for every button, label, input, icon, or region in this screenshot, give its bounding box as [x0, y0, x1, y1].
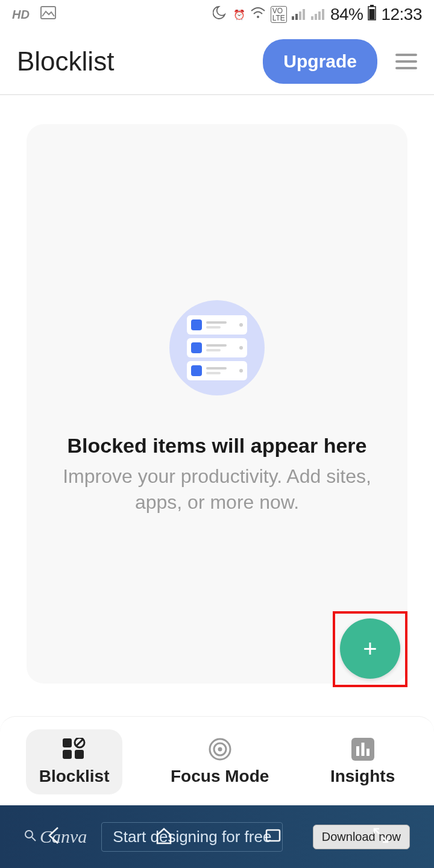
menu-icon[interactable]: [395, 54, 417, 69]
wifi-icon: [250, 5, 266, 24]
nav-label: Insights: [330, 767, 395, 786]
clock-time: 12:33: [381, 5, 422, 24]
svg-rect-22: [356, 746, 359, 756]
signal-sim2-icon: [311, 5, 326, 24]
nav-label: Blocklist: [39, 767, 110, 786]
svg-rect-2: [292, 16, 294, 20]
svg-rect-13: [63, 750, 72, 759]
ad-cta-button[interactable]: Download now: [313, 825, 410, 849]
upgrade-button[interactable]: Upgrade: [263, 39, 377, 84]
svg-rect-9: [322, 9, 324, 20]
svg-rect-3: [295, 14, 298, 20]
hd-indicator: HD: [12, 8, 30, 22]
alarm-icon: ⏰: [233, 9, 245, 20]
svg-line-26: [32, 837, 36, 841]
svg-point-20: [218, 747, 222, 751]
svg-rect-4: [299, 11, 301, 20]
svg-line-17: [76, 739, 83, 746]
empty-state-card: Blocked items will appear here Improve y…: [27, 124, 407, 684]
svg-rect-8: [318, 11, 321, 20]
main-content: Blocked items will appear here Improve y…: [0, 95, 434, 684]
empty-subtitle: Improve your productivity. Add sites, ap…: [27, 464, 407, 515]
svg-rect-15: [63, 738, 72, 747]
empty-illustration: [169, 300, 265, 395]
nav-focus-mode[interactable]: Focus Mode: [157, 729, 282, 794]
add-fab-button[interactable]: +: [340, 618, 400, 679]
bottom-nav: Blocklist Focus Mode Insights: [0, 716, 434, 807]
empty-title: Blocked items will appear here: [68, 434, 367, 458]
ad-search-icon: [24, 829, 36, 844]
page-title: Blocklist: [17, 46, 114, 77]
target-icon: [208, 738, 232, 761]
svg-rect-5: [303, 9, 305, 20]
svg-rect-14: [75, 750, 84, 759]
dnd-icon: [213, 5, 228, 25]
ad-brand: Canva: [40, 826, 87, 847]
volte-icon: VOLTE: [271, 6, 287, 23]
signal-sim1-icon: [292, 5, 306, 24]
svg-rect-6: [311, 16, 313, 20]
chart-icon: [351, 738, 374, 761]
nav-blocklist[interactable]: Blocklist: [26, 729, 123, 794]
fab-highlight-box: +: [333, 611, 407, 687]
nav-insights[interactable]: Insights: [317, 729, 408, 794]
app-header: Blocklist Upgrade: [0, 29, 434, 95]
battery-percent: 84%: [330, 5, 363, 24]
svg-rect-12: [370, 9, 375, 19]
svg-point-1: [257, 16, 259, 18]
battery-icon: [368, 5, 376, 25]
gallery-icon: [40, 6, 56, 23]
status-bar: HD ⏰ VOLTE 84% 12:33: [0, 0, 434, 29]
ad-tagline: Start designing for free: [101, 822, 283, 852]
svg-rect-24: [366, 749, 370, 756]
plus-icon: +: [363, 637, 377, 661]
svg-rect-0: [41, 7, 55, 19]
svg-rect-7: [315, 14, 317, 20]
nav-label: Focus Mode: [171, 767, 269, 786]
svg-rect-23: [361, 743, 364, 756]
ad-banner[interactable]: Canva Start designing for free Download …: [0, 805, 434, 868]
blocklist-icon: [61, 738, 87, 761]
svg-point-25: [25, 831, 33, 838]
